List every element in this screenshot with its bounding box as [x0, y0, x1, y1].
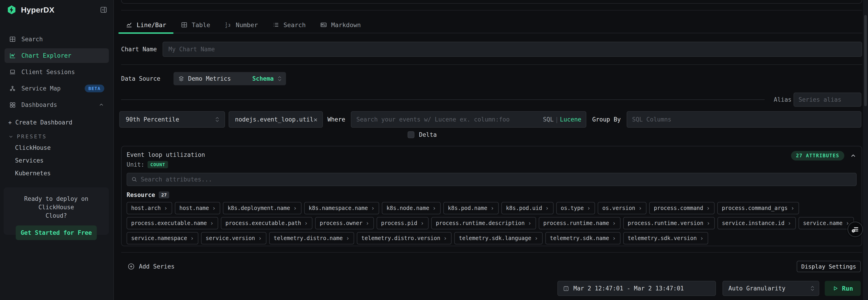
attribute-chip[interactable]: telemetry.distro.version›	[357, 232, 452, 244]
sql-option[interactable]: SQL	[543, 116, 554, 123]
attribute-chip[interactable]: os.type›	[556, 202, 595, 214]
attribute-chip[interactable]: process.owner›	[315, 217, 374, 229]
tab-label: Line/Bar	[136, 21, 166, 28]
attribute-name: k8s.deployment.name	[227, 205, 290, 211]
attribute-chip[interactable]: process.pid›	[377, 217, 429, 229]
sidebar-item-search[interactable]: Search	[5, 32, 109, 47]
attribute-chip[interactable]: process.executable.name›	[127, 217, 218, 229]
group-by-field	[627, 111, 861, 128]
attribute-chip[interactable]: os.version›	[598, 202, 646, 214]
attribute-chip[interactable]: k8s.deployment.name›	[223, 202, 301, 214]
chevron-down-icon	[8, 134, 14, 139]
attribute-name: process.owner	[320, 220, 363, 226]
metric-description: Event loop utilization	[127, 151, 205, 159]
where-search-input[interactable]	[356, 116, 540, 123]
attribute-chip[interactable]: telemetry.sdk.language›	[454, 232, 542, 244]
presets-header[interactable]: PRESETS	[8, 134, 105, 139]
attribute-chip[interactable]: k8s.namespace.name›	[304, 202, 379, 214]
aggregation-select[interactable]: 90th Percentile	[119, 111, 225, 128]
attribute-chip[interactable]: telemetry.sdk.name›	[545, 232, 620, 244]
chevron-right-icon: ›	[706, 205, 710, 212]
sidebar-item-client-sessions[interactable]: Client Sessions	[5, 65, 109, 79]
attribute-chip[interactable]: process.command_args›	[717, 202, 799, 214]
attribute-name: telemetry.sdk.name	[550, 235, 609, 241]
display-settings-button[interactable]: Display Settings	[797, 261, 861, 272]
attributes-header: Event loop utilization Unit: COUNT 27 AT…	[127, 151, 857, 168]
sidebar-item-dashboards[interactable]: Dashboards	[5, 98, 109, 112]
attribute-chip[interactable]: k8s.node.name›	[382, 202, 441, 214]
tab-table[interactable]: Table	[174, 17, 217, 33]
list-icon	[273, 21, 279, 28]
select-chevrons-icon	[277, 75, 282, 82]
preset-item-services[interactable]: Services	[15, 156, 114, 165]
chevron-up-icon	[98, 102, 104, 108]
sidebar-collapse-icon[interactable]	[100, 6, 107, 14]
cloud-card-text-line1: Ready to deploy on ClickHouse	[9, 195, 103, 212]
sidebar-item-chart-explorer[interactable]: Chart Explorer	[5, 48, 109, 63]
attribute-chip[interactable]: service.name›	[799, 217, 854, 229]
time-range-picker[interactable]: 1 Mar 2 12:47:01 - Mar 2 13:47:01	[557, 281, 716, 296]
get-started-button[interactable]: Get Started for Free	[16, 225, 97, 240]
select-chevrons-icon	[215, 116, 219, 123]
metric-chip[interactable]: nodejs.event_loop.util ✕	[228, 111, 323, 128]
lucene-option[interactable]: Lucene	[560, 116, 581, 123]
attribute-chip[interactable]: process.runtime.description›	[431, 217, 536, 229]
attribute-chip[interactable]: process.command›	[649, 202, 714, 214]
alias-input[interactable]	[799, 96, 857, 103]
tab-label: Search	[283, 21, 306, 28]
preset-item-clickhouse[interactable]: ClickHouse	[15, 143, 114, 152]
floating-widget-button[interactable]	[847, 222, 863, 237]
group-by-input[interactable]	[632, 116, 856, 123]
preset-item-kubernetes[interactable]: Kubernetes	[15, 169, 114, 178]
sidebar-item-label: Client Sessions	[22, 69, 75, 76]
attribute-chip[interactable]: k8s.pod.name›	[443, 202, 499, 214]
delta-checkbox[interactable]	[408, 131, 414, 138]
tab-number[interactable]: 123 Number	[217, 17, 265, 33]
tab-line-bar[interactable]: Line/Bar	[118, 17, 174, 33]
attribute-chip[interactable]: service.instance.id›	[717, 217, 796, 229]
attribute-chip[interactable]: telemetry.distro.name›	[269, 232, 354, 244]
attribute-name: process.runtime.description	[436, 220, 525, 226]
remove-metric-icon[interactable]: ✕	[314, 116, 317, 123]
hyperdx-logo-icon	[7, 5, 17, 15]
vertical-scrollbar[interactable]	[863, 0, 868, 300]
tab-label: Table	[192, 21, 210, 28]
chevron-right-icon: ›	[612, 220, 616, 226]
granularity-select[interactable]: Auto Granularity	[722, 281, 819, 296]
data-source-value: Demo Metrics	[188, 75, 231, 82]
attribute-chip[interactable]: process.executable.path›	[221, 217, 312, 229]
attribute-name: service.instance.id	[722, 220, 785, 226]
attribute-chip[interactable]: service.version›	[201, 232, 266, 244]
sidebar-nav: Search Chart Explorer Client Sessions Se…	[0, 32, 114, 112]
schema-link[interactable]: Schema	[252, 75, 274, 82]
preset-list: ClickHouse Services Kubernetes	[0, 143, 114, 178]
attribute-chip[interactable]: k8s.pod.uid›	[501, 202, 554, 214]
collapse-panel-chevron-icon[interactable]	[850, 152, 857, 159]
attributes-search-input[interactable]	[141, 176, 852, 183]
tab-markdown[interactable]: Markdown	[313, 17, 368, 33]
attribute-chip[interactable]: host.name›	[175, 202, 220, 214]
attribute-chip[interactable]: host.arch›	[127, 202, 172, 214]
tab-search[interactable]: Search	[265, 17, 313, 33]
sidebar-item-label: Chart Explorer	[22, 52, 71, 59]
attribute-chip[interactable]: service.namespace›	[127, 232, 198, 244]
run-button[interactable]: Run	[825, 281, 861, 296]
attribute-chip[interactable]: process.runtime.name›	[539, 217, 620, 229]
chevron-right-icon: ›	[432, 205, 436, 212]
create-dashboard-link[interactable]: + Create Dashboard	[8, 119, 105, 126]
chevron-right-icon: ›	[212, 205, 216, 212]
chart-name-input[interactable]	[168, 46, 856, 53]
add-series-button[interactable]: Add Series	[127, 261, 175, 272]
attribute-chip[interactable]: process.runtime.version›	[623, 217, 715, 229]
tab-label: Number	[236, 21, 258, 28]
chevron-right-icon: ›	[787, 220, 791, 226]
data-source-select[interactable]: Demo Metrics Schema	[174, 72, 286, 85]
query-language-toggle[interactable]: SQL|Lucene	[543, 116, 581, 123]
chevron-right-icon: ›	[791, 205, 795, 212]
scrollbar-thumb[interactable]	[864, 15, 867, 106]
sidebar-item-service-map[interactable]: Service Map BETA	[5, 81, 109, 96]
attribute-chip[interactable]: telemetry.sdk.version›	[623, 232, 708, 244]
layers-icon	[178, 76, 184, 82]
chevron-right-icon: ›	[304, 220, 308, 226]
chevron-right-icon: ›	[293, 205, 297, 212]
